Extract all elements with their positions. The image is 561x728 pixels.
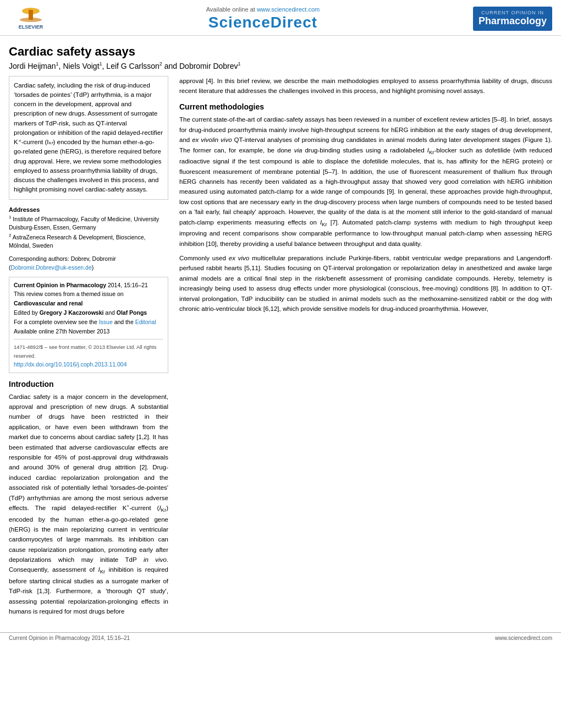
- editorial-link[interactable]: Editorial: [135, 319, 156, 325]
- journal-brand-box: Current Opinion in Pharmacology: [473, 7, 552, 31]
- introduction-heading: Introduction: [9, 380, 168, 388]
- svg-text:ELSEVIER: ELSEVIER: [19, 24, 43, 30]
- article-title: Cardiac safety assays: [9, 45, 552, 59]
- available-online-text: Available online at www.sciencedirect.co…: [206, 6, 320, 13]
- available-date-line: Available online 27th November 2013: [14, 327, 163, 336]
- overview-line: For a complete overview see the Issue an…: [14, 318, 163, 327]
- footer-right: www.sciencedirect.com: [495, 635, 552, 641]
- corresponding-label: Corresponding authors: Dobrev, Dobromir: [9, 255, 168, 264]
- svg-point-3: [20, 18, 42, 22]
- elsevier-logo-area: ELSEVIER: [9, 4, 53, 33]
- journal-line: Current Opinion in Pharmacology 2014, 15…: [14, 281, 163, 290]
- header-center: Available online at www.sciencedirect.co…: [53, 6, 473, 31]
- abstract-text: Cardiac safety, including the risk of dr…: [14, 82, 163, 193]
- footer-left: Current Opinion in Pharmacology 2014, 15…: [9, 635, 130, 641]
- doi-line: http://dx.doi.org/10.1016/j.coph.2013.11…: [14, 360, 163, 369]
- current-methodologies-heading: Current methodologies: [179, 102, 552, 111]
- corresponding-email-link[interactable]: Dobromir.Dobrev@uk-essen.de: [11, 264, 92, 271]
- copyright-line: 1471-4892/$ – see front matter, © 2013 E…: [14, 343, 163, 359]
- article-authors: Jordi Heijman1, Niels Voigt1, Leif G Car…: [9, 61, 552, 70]
- current-opinion-label: Current Opinion in: [481, 10, 544, 15]
- right-column: approval [4]. In this brief review, we d…: [179, 76, 552, 621]
- main-content: Cardiac safety assays Jordi Heijman1, Ni…: [0, 36, 561, 627]
- introduction-paragraph: Cardiac safety is a major concern in the…: [9, 392, 168, 617]
- issue-link[interactable]: Issue: [99, 319, 113, 325]
- info-divider: [14, 339, 163, 340]
- addresses-section: Addresses 1 Institute of Pharmacology, F…: [9, 205, 168, 251]
- corresponding-section: Corresponding authors: Dobrev, Dobromir …: [9, 255, 168, 272]
- two-column-layout: Cardiac safety, including the risk of dr…: [9, 76, 552, 621]
- current-methods-para2: Commonly used ex vivo multicellular prep…: [179, 253, 552, 314]
- address2: 2 AstraZeneca Research & Development, Bi…: [9, 232, 168, 250]
- pharmacology-title: Pharmacology: [479, 15, 547, 28]
- info-box: Current Opinion in Pharmacology 2014, 15…: [9, 277, 168, 373]
- sciencedirect-url[interactable]: www.sciencedirect.com: [257, 6, 320, 13]
- doi-link[interactable]: http://dx.doi.org/10.1016/j.coph.2013.11…: [14, 361, 127, 368]
- review-theme-line: This review comes from a themed issue on…: [14, 289, 163, 308]
- page-header: ELSEVIER Available online at www.science…: [0, 0, 561, 36]
- sciencedirect-brand: ScienceDirect: [208, 14, 317, 31]
- addresses-label: Addresses: [9, 205, 168, 215]
- left-column: Cardiac safety, including the risk of dr…: [9, 76, 168, 621]
- approval-continuation: approval [4]. In this brief review, we d…: [179, 76, 552, 96]
- current-methods-para1: The current state-of-the-art of cardiac-…: [179, 114, 552, 249]
- corresponding-email: (Dobromir.Dobrev@uk-essen.de): [9, 264, 168, 272]
- page-footer: Current Opinion in Pharmacology 2014, 15…: [0, 632, 561, 643]
- edited-by-line: Edited by Gregory J Kaczorowski and Olaf…: [14, 308, 163, 318]
- address1: 1 Institute of Pharmacology, Faculty of …: [9, 214, 168, 232]
- elsevier-logo: ELSEVIER: [9, 4, 53, 33]
- abstract-box: Cardiac safety, including the risk of dr…: [9, 76, 168, 200]
